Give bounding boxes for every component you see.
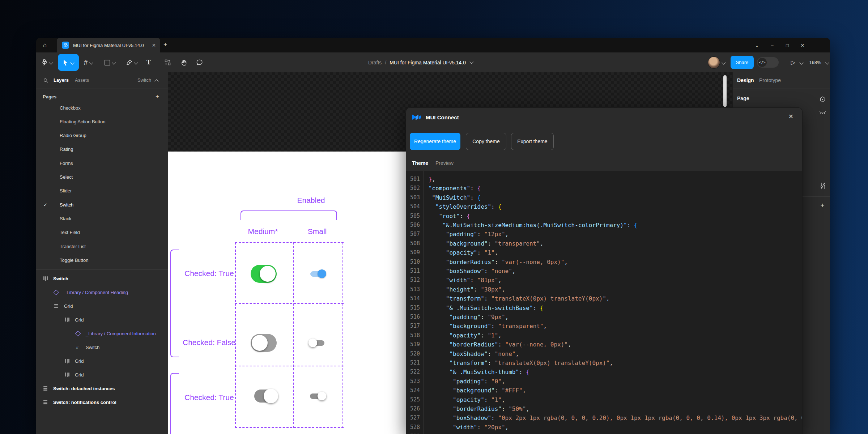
closed-eye-icon[interactable] <box>819 110 826 115</box>
left-panel: Layers Assets Switch Pages + CheckboxFlo… <box>36 72 169 434</box>
plus-icon[interactable]: + <box>819 202 826 209</box>
tab-close-icon[interactable]: ✕ <box>152 43 156 48</box>
user-avatar[interactable] <box>708 56 720 69</box>
hexagon-style-icon[interactable] <box>819 95 826 103</box>
tab-design[interactable]: Design <box>737 77 754 83</box>
pen-tool-button[interactable] <box>125 52 138 72</box>
close-icon[interactable]: ✕ <box>795 43 810 48</box>
window-controls: ⌄ – □ ✕ <box>749 38 810 52</box>
switch-medium-checked[interactable] <box>251 265 277 283</box>
chevron-down-icon[interactable] <box>469 60 473 64</box>
chevron-down-icon[interactable] <box>799 60 803 64</box>
page-item[interactable]: Radio Group <box>36 129 168 142</box>
page-item[interactable]: Text Field <box>36 226 168 239</box>
layer-item[interactable]: _Library / Component Heading <box>36 285 168 299</box>
share-button[interactable]: Share <box>731 56 754 69</box>
switch-medium-unchecked[interactable] <box>251 334 277 352</box>
page-item[interactable]: Stack <box>36 212 168 225</box>
layer-item[interactable]: Switch <box>36 272 168 285</box>
theme-code-editor[interactable]: 501 },502 "components": {503 "MuiSwitch"… <box>406 171 802 434</box>
new-tab-button[interactable]: + <box>163 41 167 48</box>
page-item-label: Floating Action Button <box>60 119 105 124</box>
page-item[interactable]: Slider <box>36 184 168 198</box>
page-item[interactable]: Transfer List <box>36 239 168 253</box>
row-label: Checked: True <box>184 393 231 402</box>
shape-tool-button[interactable] <box>103 52 116 72</box>
layer-item[interactable]: Grid <box>36 313 168 327</box>
search-icon[interactable] <box>43 78 48 83</box>
export-theme-button[interactable]: Export theme <box>511 133 554 150</box>
page-item[interactable]: Select <box>36 170 168 184</box>
present-button[interactable]: ▷ <box>788 52 798 72</box>
tab-layers[interactable]: Layers <box>54 77 69 83</box>
page-item[interactable]: Toggle Button <box>36 253 168 267</box>
tab-theme[interactable]: Theme <box>412 155 428 171</box>
switch-small-unchecked[interactable] <box>310 340 324 346</box>
layer-item[interactable]: #Switch <box>36 340 168 354</box>
design-frame[interactable] <box>168 152 408 434</box>
dialog-close-icon[interactable]: ✕ <box>788 113 793 120</box>
hand-tool-button[interactable] <box>178 52 189 72</box>
code-line: "borderRadius": "50%", <box>425 404 529 413</box>
enabled-group-label: Enabled <box>275 196 347 205</box>
home-button[interactable]: ⌂ <box>40 41 50 50</box>
rectangle-icon <box>105 60 110 65</box>
chevron-down-icon[interactable] <box>825 60 829 64</box>
layer-item[interactable]: _Library / Component Information <box>36 327 168 340</box>
file-name[interactable]: MUI for Figma Material UI-v5.14.0 <box>390 60 466 65</box>
code-line: "boxShadow": "none", <box>425 349 519 358</box>
page-item-label: Checkbox <box>60 105 81 111</box>
check-icon: ✓ <box>43 202 47 208</box>
layer-item[interactable]: Grid <box>36 368 168 382</box>
line-number: 529 <box>406 432 420 434</box>
add-page-icon[interactable]: + <box>156 93 159 100</box>
page-item[interactable]: Forms <box>36 156 168 170</box>
canvas-scrollbar[interactable] <box>723 75 727 107</box>
resources-tool-button[interactable] <box>162 52 173 72</box>
file-tab[interactable]: MUI for Figma Material UI-v5.14.0 ✕ <box>57 38 160 52</box>
dev-mode-toggle[interactable]: </> <box>757 57 779 68</box>
copy-theme-button[interactable]: Copy theme <box>466 133 506 150</box>
layer-item[interactable]: Grid <box>36 299 168 313</box>
pen-icon <box>126 59 132 65</box>
move-tool-button[interactable] <box>58 54 79 71</box>
line-number: 515 <box>406 303 420 312</box>
zoom-level[interactable]: 168% <box>807 52 823 72</box>
frame-tool-button[interactable]: # <box>82 52 95 72</box>
tab-preview[interactable]: Preview <box>435 155 454 171</box>
page-item[interactable]: Floating Action Button <box>36 115 168 128</box>
instance-diamond-icon <box>54 289 59 295</box>
breadcrumb-folder[interactable]: Drafts <box>368 60 382 65</box>
tab-prototype[interactable]: Prototype <box>759 77 781 83</box>
page-item[interactable]: Checkbox <box>36 101 168 115</box>
line-number: 509 <box>406 248 420 257</box>
minimize-icon[interactable]: – <box>765 43 780 48</box>
resources-icon <box>165 59 171 65</box>
breadcrumb: Drafts / MUI for Figma Material UI-v5.14… <box>368 52 473 72</box>
switch-small-checked[interactable] <box>310 271 324 277</box>
chevron-down-icon[interactable] <box>722 60 726 64</box>
regenerate-theme-button[interactable]: Regenerate theme <box>410 133 460 150</box>
layer-item[interactable]: Switch: notifications control <box>36 395 168 409</box>
text-tool-button[interactable]: T <box>143 52 154 72</box>
sliders-icon[interactable] <box>819 182 827 189</box>
figma-menu-button[interactable] <box>39 52 55 72</box>
line-number: 525 <box>406 395 420 404</box>
layer-item[interactable]: Grid <box>36 354 168 368</box>
code-line: "opacity": "1", <box>425 331 502 340</box>
tab-assets[interactable]: Assets <box>75 77 89 83</box>
line-number: 504 <box>406 202 420 211</box>
page-item[interactable]: ✓Switch <box>36 198 168 212</box>
line-number: 513 <box>406 285 420 294</box>
code-line: "borderRadius": "var(--none, 0px)", <box>425 340 571 349</box>
layer-item[interactable]: Switch: detached instances <box>36 382 168 395</box>
chevron-up-icon[interactable] <box>154 79 158 83</box>
window-menu-icon[interactable]: ⌄ <box>749 43 765 48</box>
maximize-icon[interactable]: □ <box>780 43 795 48</box>
page-item-label: Rating <box>60 146 73 152</box>
comment-tool-button[interactable] <box>194 52 205 72</box>
page-item[interactable]: Rating <box>36 142 168 156</box>
switch-small-disabled-checked[interactable] <box>310 393 324 399</box>
page-selector[interactable]: Switch <box>137 77 151 83</box>
switch-medium-disabled-checked[interactable] <box>254 390 276 403</box>
